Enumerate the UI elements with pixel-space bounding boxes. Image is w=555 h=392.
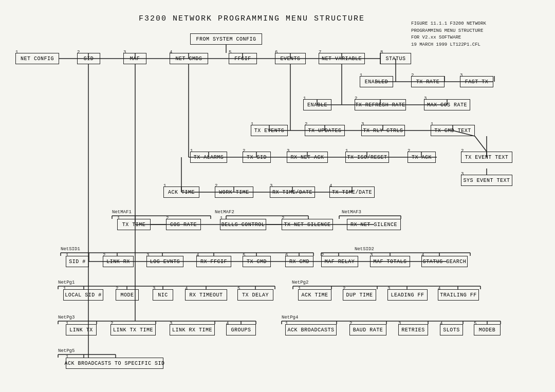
rx-net-ack-box: RX NET ACK <box>287 152 328 163</box>
page-title: F3200 NETWORK PROGRAMMING MENU STRUCTURE <box>139 14 365 23</box>
num-2m: 2 <box>116 286 118 291</box>
tx-updates-box: TX UPDATES <box>305 125 345 136</box>
figure-info: FIGURE 11.1.1 F3200 NETWORK PROGRAMMING … <box>411 21 486 48</box>
num-5: 5 <box>229 50 231 55</box>
num-2e: 2 <box>243 148 245 154</box>
num-5k: 5 <box>243 253 245 258</box>
netpg3-label: NetPg3 <box>58 315 75 320</box>
rx-cmd-box: RX CMD <box>285 256 313 267</box>
num-4: 4 <box>170 50 172 55</box>
maf-totals-box: MAF TOTALS <box>370 256 410 267</box>
num-2i: 2 <box>166 216 169 221</box>
modeb-box: MODEB <box>474 324 501 335</box>
num-1f: 1 <box>345 148 348 154</box>
tx-rly-ctrls-box: TX RLY CTRLS <box>361 125 405 136</box>
work-time-box: WORK TIME <box>215 186 253 198</box>
num-3: 3 <box>123 50 126 55</box>
num-3l: 3 <box>370 253 373 258</box>
num-2n: 2 <box>343 286 345 291</box>
num-8: 8 <box>380 50 383 55</box>
num-2o: 2 <box>110 321 113 326</box>
baud-rate-box: BAUD RATE <box>349 324 386 335</box>
num-3k: 3 <box>146 253 149 258</box>
num-2c: 2 <box>305 122 307 127</box>
netsid1-label: NetSID1 <box>61 247 80 252</box>
nic-box: NIC <box>153 289 173 301</box>
num-2a: 2 <box>411 73 414 78</box>
num-1k: 1 <box>66 253 68 258</box>
from-system-config: FROM SYSTEM CONFIG <box>190 33 262 45</box>
bells-control-box: BELLS CONTROL <box>220 219 266 230</box>
rx-net-silence-box: RX NET SILENCE <box>347 219 401 230</box>
netpg5-label: NetPg5 <box>58 348 75 353</box>
tx-cmd-box: TX CMD <box>243 256 271 267</box>
status-search-box: STATUS SEARCH <box>421 256 468 267</box>
diagram: F3200 NETWORK PROGRAMMING MENU STRUCTURE… <box>0 0 555 392</box>
num-4o: 4 <box>226 321 229 326</box>
num-3h: 3 <box>270 183 272 189</box>
events-box: EVENTS <box>275 53 306 64</box>
num-2f: 2 <box>408 148 410 154</box>
tx-time-box: TX TIME <box>117 219 151 230</box>
num-1e: 1 <box>190 148 193 154</box>
link-rx-time-box: LINK RX TIME <box>170 324 215 335</box>
tx-ack-box: TX ACK <box>408 152 436 163</box>
num-1o: 1 <box>66 321 68 326</box>
rx-timeout-box: RX TIMEOUT <box>185 289 227 301</box>
netpg4-label: NetPg4 <box>282 315 298 320</box>
num-1: 1 <box>15 50 18 55</box>
retries-box: RETRIES <box>398 324 428 335</box>
num-1a: 1 <box>360 73 362 78</box>
num-2j: 2 <box>282 216 284 221</box>
num-1m: 1 <box>63 286 66 291</box>
fast-tx-box: FAST TX <box>460 76 493 87</box>
netpg1-label: NetPg1 <box>58 280 75 285</box>
mode-box: MODE <box>116 289 139 301</box>
num-5p: 5 <box>474 321 476 326</box>
enable-box: ENABLE <box>303 99 331 110</box>
num-4n: 4 <box>438 286 440 291</box>
tx-events-box: TX EVENTS <box>251 125 288 136</box>
cos-rate-box: COS RATE <box>166 219 201 230</box>
num-7: 7 <box>319 50 321 55</box>
num-1b: 1 <box>303 96 306 101</box>
num-4k: 4 <box>196 253 199 258</box>
num-2: 2 <box>77 50 80 55</box>
tx-sid-box: TX SID <box>243 152 271 163</box>
num-2l: 2 <box>321 253 324 258</box>
slots-box: SLOTS <box>440 324 463 335</box>
num-6: 6 <box>275 50 278 55</box>
num-2h: 2 <box>215 183 217 189</box>
num-1n: 1 <box>298 286 301 291</box>
svg-line-26 <box>475 136 487 152</box>
num-3e: 3 <box>287 148 289 154</box>
tx-refresh-rate-box: TX REFRESH RATE <box>355 99 406 110</box>
net-cmds-box: NET CMDS <box>170 53 208 64</box>
tx-iso-reset-box: TX ISO/RESET <box>345 152 389 163</box>
leading-ff-box: LEADING FF <box>387 289 428 301</box>
netmaf3-label: NetMAF3 <box>342 210 361 215</box>
num-6k: 6 <box>285 253 288 258</box>
num-1d: 1 <box>431 122 433 127</box>
tx-cmd-text-box: TX CMD TEXT <box>431 125 475 136</box>
sid-box: SID <box>77 53 100 64</box>
log-evnts-box: LOG EVNTS <box>146 256 183 267</box>
num-5m: 5 <box>237 286 240 291</box>
tx-rate-box: TX RATE <box>411 76 445 87</box>
net-config-box: NET CONFIG <box>15 53 59 64</box>
num-1i: 1 <box>117 216 120 221</box>
num-3a: 3 <box>460 73 462 78</box>
num-3m: 3 <box>153 286 155 291</box>
net-variable-box: NET VARIABLE <box>319 53 365 64</box>
num-2b: 2 <box>355 96 357 101</box>
enabled-box: ENABLED <box>360 76 393 87</box>
tx-time-date-box: TX TIME/DATE <box>329 186 375 198</box>
tx-alarms-box: TX ALARMS <box>190 152 227 163</box>
num-1c: 1 <box>251 122 253 127</box>
tx-net-silence-box: TX NET SILENCE <box>282 219 333 230</box>
status-box: STATUS <box>380 53 411 64</box>
maf-relay-box: MAF RELAY <box>321 256 358 267</box>
num-1q: 1 <box>66 354 68 360</box>
local-sid-box: LOCAL SID # <box>63 289 103 301</box>
link-tx-time-box: LINK TX TIME <box>110 324 156 335</box>
